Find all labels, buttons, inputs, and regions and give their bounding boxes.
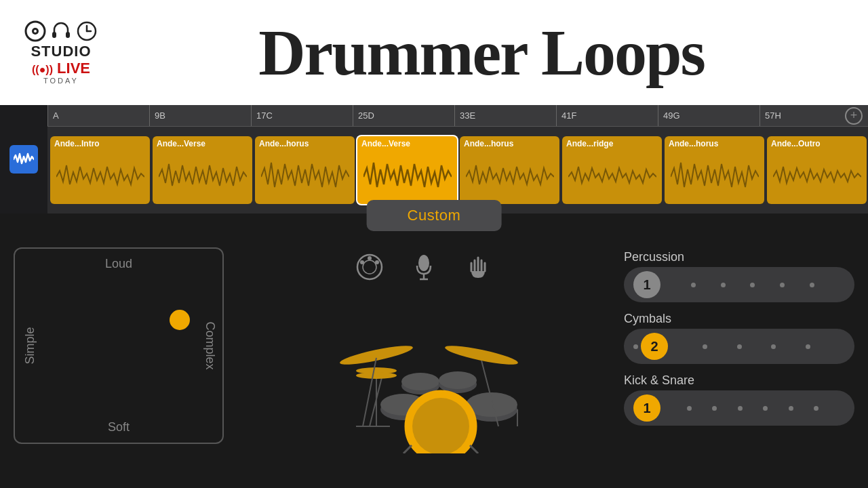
slider-dot [721,283,726,287]
svg-point-10 [368,256,372,260]
slider-dot [687,406,692,411]
slider-dot [763,406,768,411]
slider-dot [691,283,696,287]
main-content: Loud Soft Simple Complex [0,214,868,488]
slider-dot [780,283,785,287]
cymbals-value: 2 [641,333,668,360]
segment-outro[interactable]: Ande...Outro [767,136,867,204]
percussion-dots [660,283,845,287]
timeline-ruler: A 9B 17C 25D 33E 41F 49G 57H + [47,105,868,127]
right-panel: Percussion 1 Cymbals 2 [624,247,854,477]
segment-verse1[interactable]: Ande...Verse [153,136,252,204]
center-drums [237,247,610,477]
segment-wave [562,150,662,204]
kick-snare-label: Kick & Snare [624,373,854,388]
cymbals-dots [668,344,845,349]
pad-label-simple: Simple [23,327,37,364]
pad-label-complex: Complex [203,321,217,369]
cymbals-section: Cymbals 2 [624,312,854,364]
kick-snare-section: Kick & Snare 1 [624,373,854,426]
custom-button[interactable]: Custom [367,200,502,231]
svg-point-13 [418,255,429,271]
kick-snare-value: 1 [633,394,660,422]
svg-point-18 [339,342,414,369]
segment-chorus1[interactable]: Ande...horus [255,136,355,204]
pad-dot[interactable] [170,310,190,330]
svg-point-36 [412,398,469,453]
timeline-track-icon [0,105,47,214]
add-segment-button[interactable]: + [845,107,863,125]
microphone-icon[interactable] [407,250,441,284]
clock-icon [76,20,98,42]
logo-today: TODAY [43,77,79,85]
ruler-mark-41f: 41F [561,110,576,121]
ruler-mark-49g: 49G [663,110,680,121]
logo-studio: STUDIO [31,43,91,60]
header: STUDIO ((●)) LIVE TODAY Drummer Loops [0,0,868,105]
pad-box[interactable]: Loud Soft Simple Complex [14,247,224,444]
slider-dot [806,344,810,349]
logo-icons [24,20,98,42]
slider-dot [750,283,755,287]
ruler-mark-17c: 17C [256,110,273,121]
slider-dot [737,344,742,349]
svg-point-9 [363,260,376,274]
segment-label: Ande...ridge [562,136,662,150]
segment-chorus3[interactable]: Ande...horus [665,136,764,204]
logo-live-row: ((●)) LIVE [32,60,90,77]
kick-snare-slider[interactable]: 1 [624,390,854,426]
segment-wave [255,150,355,204]
segment-label: Ande...Intro [50,136,150,150]
svg-point-31 [401,373,439,390]
timeline: A 9B 17C 25D 33E 41F 49G 57H + Ande...In… [0,105,868,214]
svg-point-2 [34,30,37,33]
svg-point-11 [375,260,379,264]
kick-snare-dots [660,406,845,411]
hand-icon[interactable] [461,250,495,284]
headphones-icon [50,20,72,42]
ruler-mark-57h: 57H [765,110,781,121]
percussion-section: Percussion 1 [624,250,854,302]
slider-dot-before [633,344,638,349]
segment-intro[interactable]: Ande...Intro [50,136,150,204]
ruler-mark-25d: 25D [358,110,374,121]
tambourine-icon[interactable] [353,250,387,284]
segment-label: Ande...horus [255,136,355,150]
segment-label: Ande...horus [665,136,764,150]
segment-wave [50,150,150,204]
timeline-content: A 9B 17C 25D 33E 41F 49G 57H + Ande...In… [47,105,868,214]
drum-kit [315,291,532,453]
custom-button-wrapper: Custom [367,200,502,231]
pad-label-soft: Soft [108,420,130,434]
segment-wave [460,150,559,204]
segment-wave [153,150,252,204]
percussion-slider[interactable]: 1 [624,267,854,302]
segment-label: Ande...Verse [357,136,457,150]
logo-live-text: LIVE [57,60,90,77]
cymbals-slider[interactable]: 2 [624,329,854,364]
slider-dot [771,344,776,349]
slider-dot [814,406,818,411]
waveform-icon [9,145,38,174]
svg-point-19 [444,342,519,369]
left-pad: Loud Soft Simple Complex [14,247,224,477]
percussion-value: 1 [633,271,660,298]
segment-label: Ande...Verse [153,136,252,150]
segment-wave [767,150,867,204]
segment-label: Ande...Outro [767,136,867,150]
segment-chorus2[interactable]: Ande...horus [460,136,559,204]
drum-icons-row [353,250,495,284]
segment-bridge[interactable]: Ande...ridge [562,136,662,204]
ruler-mark-33e: 33E [460,110,475,121]
svg-rect-3 [52,32,56,38]
cymbals-label: Cymbals [624,312,854,326]
logo: STUDIO ((●)) LIVE TODAY [14,20,108,84]
pad-label-loud: Loud [105,257,132,271]
svg-point-12 [360,260,364,264]
slider-dot [703,344,707,349]
segment-wave [357,150,457,204]
slider-dot [789,406,793,411]
slider-dot [738,406,743,411]
waveform-svg [14,151,34,167]
segment-verse2-active[interactable]: Ande...Verse [357,136,457,204]
